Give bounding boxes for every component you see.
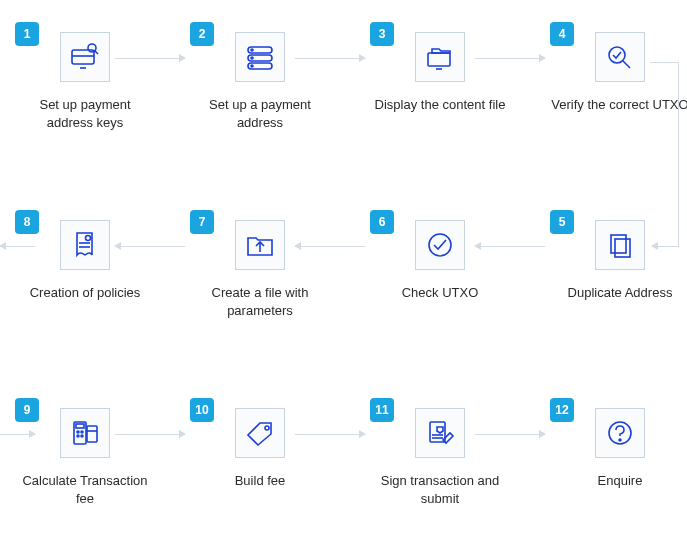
svg-rect-23 [76,424,84,428]
flow-arrow [650,62,678,63]
step-number-badge: 2 [190,22,214,46]
calculator-icon [60,408,110,458]
step-number-badge: 8 [15,210,39,234]
step-label: Check UTXO [370,284,510,302]
step-label: Calculate Transaction fee [15,472,155,507]
flow-arrow [295,434,365,435]
step-number: 10 [195,403,208,417]
flow-arrow [678,62,679,246]
svg-point-8 [251,49,253,51]
step-5: 5 Duplicate Address [550,210,687,302]
flow-arrow [295,246,365,247]
step-label: Set up payment address keys [15,96,155,131]
step-number: 8 [24,215,31,229]
step-number: 4 [559,27,566,41]
step-4: 4 Verify the correct UTXO [550,22,687,114]
folder-screen-icon [415,32,465,82]
step-number: 3 [379,27,386,41]
circle-check-icon [415,220,465,270]
svg-point-15 [86,236,91,241]
svg-point-10 [251,65,253,67]
step-8: 8 Creation of policies [15,210,155,302]
step-label: Sign transaction and submit [370,472,510,507]
step-6: 6 Check UTXO [370,210,510,302]
step-number-badge: 10 [190,398,214,422]
step-1: 1 Set up payment address keys [15,22,155,131]
svg-rect-11 [428,53,450,66]
step-9: 9 Calculate Transaction fee [15,398,155,507]
step-label: Creation of policies [15,284,155,302]
step-number: 2 [199,27,206,41]
step-3: 3 Display the content file [370,22,510,114]
svg-point-19 [429,234,451,256]
flow-arrow [652,246,679,247]
flow-arrow [475,246,545,247]
key-card-icon [60,32,110,82]
step-number-badge: 6 [370,210,394,234]
flow-arrow [115,58,185,59]
svg-rect-21 [615,239,630,257]
svg-point-24 [77,431,79,433]
flow-arrow [475,58,545,59]
step-2: 2 Set up a payment address [190,22,330,131]
svg-point-13 [609,47,625,63]
step-label: Duplicate Address [550,284,687,302]
flow-arrow [115,434,185,435]
folder-up-icon [235,220,285,270]
step-label: Set up a payment address [190,96,330,131]
step-number-badge: 12 [550,398,574,422]
duplicate-icon [595,220,645,270]
flow-arrow [0,246,35,247]
svg-point-25 [81,431,83,433]
step-label: Create a file with parameters [190,284,330,319]
step-number-badge: 3 [370,22,394,46]
step-number-badge: 4 [550,22,574,46]
step-number: 7 [199,215,206,229]
flow-arrow [295,58,365,59]
step-label: Verify the correct UTXO [550,96,687,114]
address-lines-icon [235,32,285,82]
question-icon [595,408,645,458]
price-tag-icon [235,408,285,458]
step-number: 9 [24,403,31,417]
step-12: 12 Enquire [550,398,687,490]
magnifier-check-icon [595,32,645,82]
step-number-badge: 9 [15,398,39,422]
sign-doc-icon [415,408,465,458]
svg-point-27 [81,435,83,437]
svg-point-30 [265,426,269,430]
step-11: 11 Sign transaction and submit [370,398,510,507]
step-label: Enquire [550,472,687,490]
step-number: 5 [559,215,566,229]
svg-point-35 [619,439,621,441]
step-number-badge: 5 [550,210,574,234]
svg-point-9 [251,57,253,59]
step-10: 10 Build fee [190,398,330,490]
flow-arrow [115,246,185,247]
flow-arrow [0,434,35,435]
step-number: 12 [555,403,568,417]
step-label: Build fee [190,472,330,490]
step-number-badge: 1 [15,22,39,46]
step-label: Display the content file [370,96,510,114]
step-number-badge: 11 [370,398,394,422]
step-number-badge: 7 [190,210,214,234]
flow-arrow [475,434,545,435]
step-number: 6 [379,215,386,229]
step-number: 1 [24,27,31,41]
step-number: 11 [375,403,388,417]
svg-point-26 [77,435,79,437]
svg-line-14 [623,61,630,68]
svg-rect-20 [611,235,626,253]
step-7: 7 Create a file with parameters [190,210,330,319]
policy-doc-icon [60,220,110,270]
svg-rect-28 [87,426,97,442]
